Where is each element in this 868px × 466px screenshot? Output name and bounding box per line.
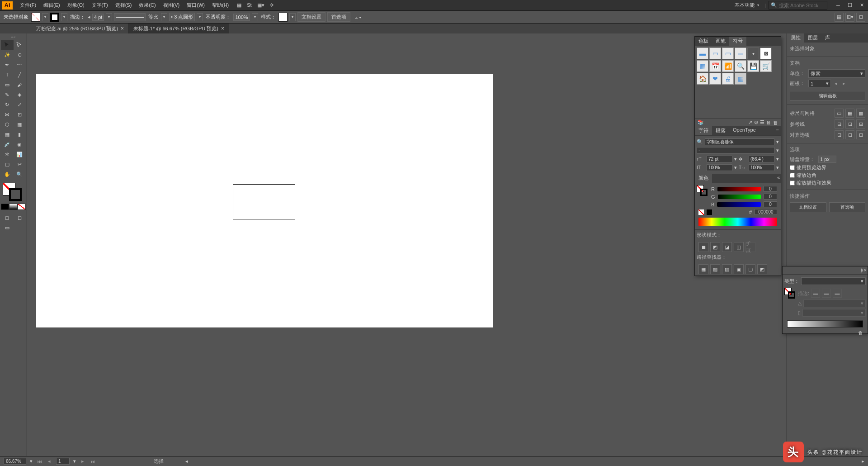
brush-def[interactable]: • 3 点圆形 [169, 13, 195, 21]
r-slider[interactable] [717, 187, 761, 191]
screen-mode-2[interactable] [14, 223, 26, 233]
menu-object[interactable]: 对象(O) [64, 2, 88, 9]
bridge-icon[interactable]: ▦ [237, 2, 241, 8]
menu-type[interactable]: 文字(T) [88, 2, 112, 9]
next-artboard[interactable]: ▸ [841, 81, 847, 86]
symbol-item[interactable]: 🖨 [722, 73, 734, 85]
hscale-input[interactable] [749, 164, 774, 171]
place-symbol-icon[interactable]: ↗ [748, 119, 752, 125]
panel-menu-icon[interactable]: ≡ [774, 126, 781, 135]
snap-grid-icon[interactable]: ⊞ [856, 130, 865, 139]
symbol-item[interactable]: ▦ [735, 73, 746, 85]
tab-swatches[interactable]: 色板 [695, 37, 712, 46]
delete-stop-icon[interactable]: 🗑 [858, 330, 863, 336]
slice-tool[interactable]: ✂ [14, 159, 26, 169]
black-color[interactable] [707, 209, 712, 215]
doc-setup-button[interactable]: 文档设置 [297, 12, 326, 22]
fill-stroke-control[interactable] [1, 182, 26, 202]
stroke-decrement[interactable]: ◂ [88, 14, 90, 20]
artboard-tool[interactable]: ▢ [1, 159, 14, 169]
zoom-level[interactable]: 66.67% [4, 458, 26, 465]
tab-symbols[interactable]: 符号 [729, 37, 746, 46]
stroke-weight-input[interactable]: 4 pt [92, 14, 104, 21]
eraser-tool[interactable]: ◈ [14, 90, 26, 100]
panel-toggle-icon[interactable]: ▦ [835, 13, 844, 22]
new-symbol-icon[interactable]: 🗎 [766, 120, 771, 125]
qo-prefs-button[interactable]: 首选项 [829, 202, 866, 212]
delete-symbol-icon[interactable]: 🗑 [773, 120, 778, 125]
artboard-dropdown[interactable]: 1▾ [808, 80, 831, 87]
gradient-mode[interactable] [9, 204, 17, 210]
crop-button[interactable]: ▣ [734, 264, 744, 274]
smart-guides-icon[interactable]: ⊞ [856, 119, 865, 128]
screen-mode[interactable]: ▭ [1, 223, 14, 233]
snap-pixel-icon[interactable]: ⊡ [835, 130, 844, 139]
workspace-dropdown[interactable]: 基本功能 [732, 1, 762, 10]
color-mode[interactable] [1, 204, 9, 210]
r-value[interactable]: 0 [764, 186, 777, 192]
stroke-swatch[interactable] [50, 13, 59, 22]
align-pref-icon[interactable]: ⫠▾ [354, 14, 362, 20]
symbol-item[interactable]: ▭ [709, 48, 721, 59]
ruler-icon[interactable]: ▭ [835, 109, 844, 118]
close-tab-icon[interactable]: × [121, 25, 124, 32]
menu-help[interactable]: 帮助(H) [208, 2, 232, 9]
arrange-docs-icon[interactable]: ⊞▾ [845, 13, 854, 22]
tab-properties[interactable]: 属性 [787, 33, 804, 43]
grad-type-dropdown[interactable]: ▾ [801, 277, 866, 285]
grad-stroke-box[interactable] [788, 291, 795, 299]
close-panel-icon[interactable]: × [864, 267, 867, 273]
gradient-slider[interactable] [787, 320, 863, 328]
direct-selection-tool[interactable] [14, 40, 26, 50]
symbol-options-icon[interactable]: ☰ [760, 119, 764, 125]
leading-input[interactable] [749, 156, 774, 162]
hex-input[interactable]: 000000 [755, 209, 777, 215]
tab-libraries[interactable]: 库 [821, 33, 834, 43]
first-artboard[interactable]: ⏮ [36, 459, 42, 464]
trim-button[interactable]: ▧ [710, 264, 720, 274]
menu-view[interactable]: 视图(V) [160, 2, 184, 9]
rotate-tool[interactable]: ↻ [1, 100, 14, 109]
free-transform-tool[interactable]: ⊡ [14, 109, 26, 119]
rectangle-tool[interactable]: ▭ [1, 80, 14, 90]
symbol-menu-dropdown[interactable]: ▾ [747, 48, 759, 59]
minus-front-button[interactable]: ◩ [710, 242, 720, 252]
tab-opentype[interactable]: OpenType [729, 126, 760, 135]
g-value[interactable]: 0 [764, 194, 777, 200]
doc-tab-1[interactable]: 万粉纪念.ai @ 25% (RGB/GPU 预览) × [32, 24, 129, 33]
stroke-weight-dropdown[interactable]: ▾ [106, 13, 112, 21]
canvas[interactable] [27, 33, 787, 456]
font-style-input[interactable] [697, 147, 774, 154]
search-stock[interactable]: 🔍 [769, 1, 827, 10]
tab-brushes[interactable]: 画笔 [712, 37, 729, 46]
symbol-sprayer-tool[interactable]: ✲ [1, 149, 14, 159]
menu-edit[interactable]: 编辑(E) [40, 2, 64, 9]
draw-normal[interactable]: ◻ [1, 213, 14, 223]
g-slider[interactable] [718, 195, 761, 199]
outline-button[interactable]: ▢ [745, 264, 755, 274]
graph-tool[interactable]: 📊 [14, 149, 26, 159]
tab-character[interactable]: 字符 [695, 126, 712, 135]
type-tool[interactable]: T [1, 70, 14, 80]
symbol-item[interactable]: 🔍 [735, 60, 746, 72]
symbol-item[interactable]: ▦ [697, 60, 708, 72]
snap-point-icon[interactable]: ⊟ [845, 130, 854, 139]
collapse-icon[interactable]: « [776, 174, 781, 183]
font-family-input[interactable] [705, 138, 774, 145]
prev-artboard-status[interactable]: ◂ [46, 458, 52, 464]
selection-tool[interactable] [1, 40, 14, 50]
divide-button[interactable]: ▦ [698, 264, 708, 274]
style-dropdown[interactable]: ▾ [289, 13, 296, 21]
unite-button[interactable]: ◼ [698, 242, 708, 252]
menu-select[interactable]: 选择(S) [112, 2, 136, 9]
mesh-tool[interactable]: ▦ [1, 129, 14, 139]
next-artboard-status[interactable]: ▸ [80, 458, 86, 464]
curvature-tool[interactable]: 〰 [14, 60, 26, 70]
status-scroll-left[interactable]: ◂ [185, 458, 188, 464]
edit-artboard-button[interactable]: 编辑画板 [790, 91, 865, 101]
blend-tool[interactable]: ◉ [14, 139, 26, 149]
expand-panel-icon[interactable]: ⟫ [860, 267, 863, 273]
uniform-dropdown[interactable]: ▾ [161, 13, 167, 21]
rectangle-shape[interactable] [233, 184, 295, 219]
symbol-no-symbol[interactable]: ⊠ [760, 48, 772, 59]
